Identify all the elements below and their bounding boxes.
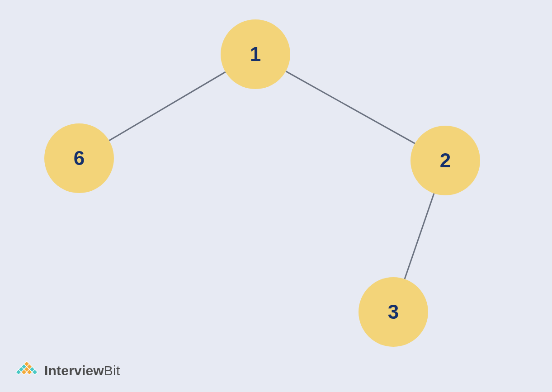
interviewbit-logo: InterviewBit: [14, 359, 120, 382]
interviewbit-logo-icon: [14, 359, 40, 382]
tree-edge: [286, 71, 415, 144]
logo-text: InterviewBit: [44, 363, 120, 378]
tree-edge: [405, 194, 434, 279]
tree-node-label: 6: [74, 147, 85, 170]
tree-edge: [109, 72, 225, 141]
tree-node-6: 6: [44, 123, 114, 193]
tree-node-label: 3: [388, 301, 399, 323]
tree-node-2: 2: [410, 126, 480, 195]
logo-text-light: Bit: [104, 363, 120, 378]
logo-text-bold: Interview: [44, 363, 104, 378]
tree-node-3: 3: [359, 277, 428, 347]
tree-node-1: 1: [221, 19, 290, 89]
tree-node-label: 1: [250, 43, 261, 66]
tree-node-label: 2: [440, 149, 451, 172]
